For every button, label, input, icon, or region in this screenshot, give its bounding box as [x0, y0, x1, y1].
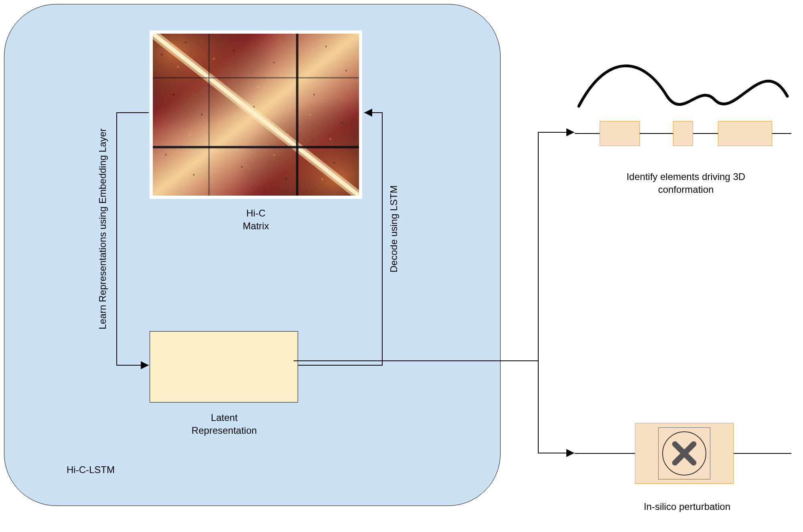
svg-rect-14 — [325, 46, 327, 47]
latent-representation-box — [150, 331, 298, 403]
svg-rect-10 — [161, 54, 162, 55]
model-name-label: Hi-C-LSTM — [67, 463, 147, 476]
signal-curve — [575, 60, 791, 112]
hic-matrix-label: Hi-C Matrix — [216, 207, 296, 233]
arrow-outputs — [294, 116, 598, 457]
svg-rect-27 — [213, 58, 215, 60]
svg-rect-19 — [313, 94, 315, 95]
svg-rect-21 — [165, 154, 166, 156]
svg-rect-11 — [185, 42, 187, 43]
latent-label: Latent Representation — [184, 411, 264, 437]
svg-rect-18 — [253, 106, 255, 107]
svg-rect-32 — [273, 154, 275, 156]
knockout-icon — [662, 431, 706, 475]
svg-rect-17 — [201, 114, 203, 115]
elements-output-label: Identify elements driving 3D conformatio… — [614, 170, 758, 196]
knockout-box — [635, 423, 734, 484]
svg-rect-15 — [345, 70, 347, 71]
element-box-2 — [673, 121, 693, 146]
svg-rect-12 — [233, 50, 235, 51]
svg-rect-24 — [285, 178, 287, 180]
embedding-arrow-label: Learn Representations using Embedding La… — [97, 128, 108, 330]
element-box-1 — [600, 121, 640, 146]
element-box-3 — [718, 121, 772, 146]
svg-rect-13 — [273, 62, 275, 63]
svg-rect-16 — [173, 94, 174, 95]
svg-rect-31 — [189, 134, 191, 136]
svg-rect-26 — [177, 66, 179, 68]
insilico-output-label: In-silico perturbation — [627, 500, 747, 513]
svg-rect-23 — [241, 166, 243, 168]
svg-rect-28 — [257, 86, 259, 88]
svg-rect-22 — [193, 174, 195, 176]
arrow-learn — [111, 113, 155, 369]
